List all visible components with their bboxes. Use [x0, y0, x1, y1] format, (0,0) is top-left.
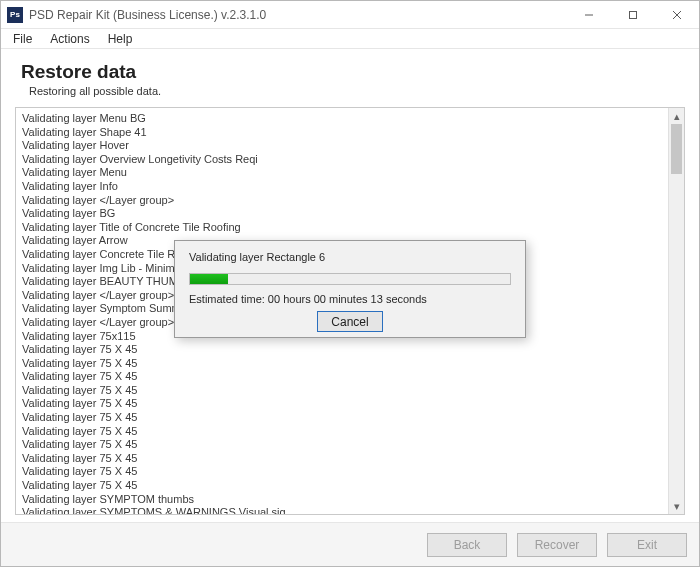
exit-button[interactable]: Exit — [607, 533, 687, 557]
close-icon — [672, 10, 682, 20]
log-line: Validating layer Shape 41 — [22, 126, 684, 140]
log-line: Validating layer 75 X 45 — [22, 397, 684, 411]
log-line: Validating layer Menu BG — [22, 112, 684, 126]
app-icon: Ps — [7, 7, 23, 23]
dialog-eta-text: Estimated time: 00 hours 00 minutes 13 s… — [189, 293, 511, 305]
scroll-down-icon[interactable]: ▾ — [669, 498, 684, 514]
page-subtitle: Restoring all possible data. — [29, 85, 685, 97]
maximize-icon — [628, 10, 638, 20]
log-line: Validating layer 75 X 45 — [22, 452, 684, 466]
log-line: Validating layer </Layer group> — [22, 194, 684, 208]
svg-rect-1 — [630, 11, 637, 18]
log-line: Validating layer Title of Concrete Tile … — [22, 221, 684, 235]
bottom-bar: Back Recover Exit — [1, 522, 699, 566]
minimize-icon — [584, 10, 594, 20]
log-line: Validating layer 75 X 45 — [22, 425, 684, 439]
log-line: Validating layer 75 X 45 — [22, 411, 684, 425]
scroll-up-icon[interactable]: ▴ — [669, 108, 684, 124]
log-line: Validating layer 75 X 45 — [22, 438, 684, 452]
maximize-button[interactable] — [611, 1, 655, 28]
progress-fill — [190, 274, 228, 284]
log-line: Validating layer Info — [22, 180, 684, 194]
menubar: File Actions Help — [1, 29, 699, 49]
log-line: Validating layer Overview Longetivity Co… — [22, 153, 684, 167]
menu-actions[interactable]: Actions — [42, 30, 97, 48]
log-line: Validating layer 75 X 45 — [22, 479, 684, 493]
cancel-button[interactable]: Cancel — [317, 311, 383, 332]
log-line: Validating layer SYMPTOMS & WARNINGS Vis… — [22, 506, 684, 515]
log-line: Validating layer Hover — [22, 139, 684, 153]
progress-dialog: Validating layer Rectangle 6 Estimated t… — [174, 240, 526, 338]
log-line: Validating layer 75 X 45 — [22, 357, 684, 371]
scrollbar[interactable]: ▴ ▾ — [668, 108, 684, 514]
log-line: Validating layer SYMPTOM thumbs — [22, 493, 684, 507]
scrollbar-thumb[interactable] — [671, 124, 682, 174]
titlebar: Ps PSD Repair Kit (Business License.) v.… — [1, 1, 699, 29]
dialog-button-row: Cancel — [189, 311, 511, 332]
log-line: Validating layer 75 X 45 — [22, 343, 684, 357]
back-button[interactable]: Back — [427, 533, 507, 557]
progress-bar — [189, 273, 511, 285]
dialog-status-text: Validating layer Rectangle 6 — [189, 251, 511, 263]
recover-button[interactable]: Recover — [517, 533, 597, 557]
window-title: PSD Repair Kit (Business License.) v.2.3… — [29, 8, 567, 22]
close-button[interactable] — [655, 1, 699, 28]
log-line: Validating layer 75 X 45 — [22, 384, 684, 398]
log-line: Validating layer 75 X 45 — [22, 370, 684, 384]
log-line: Validating layer 75 X 45 — [22, 465, 684, 479]
window-controls — [567, 1, 699, 28]
menu-file[interactable]: File — [5, 30, 40, 48]
menu-help[interactable]: Help — [100, 30, 141, 48]
log-line: Validating layer Menu — [22, 166, 684, 180]
minimize-button[interactable] — [567, 1, 611, 28]
page-title: Restore data — [21, 61, 685, 83]
log-line: Validating layer BG — [22, 207, 684, 221]
